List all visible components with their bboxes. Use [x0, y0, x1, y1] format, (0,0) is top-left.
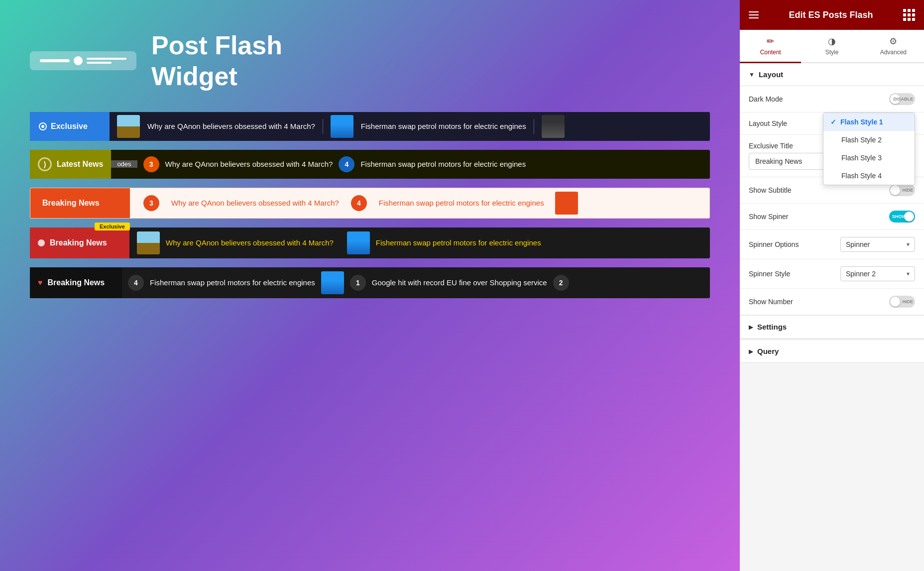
- grid-icon[interactable]: [903, 9, 915, 21]
- icon-dot: [74, 56, 83, 65]
- toggle-knob: [890, 297, 900, 307]
- circle-icon: ): [38, 157, 52, 171]
- dropdown-option-1[interactable]: ✓ Flash Style 1: [823, 113, 915, 131]
- tab-advanced-label: Advanced: [880, 49, 907, 56]
- tab-content[interactable]: ✏ Content: [740, 30, 801, 63]
- thumb-3: [542, 115, 565, 138]
- bar3-content: 3 Why are QAnon believers obsessed with …: [130, 192, 709, 215]
- toggle-knob: [890, 185, 900, 195]
- panel-header: Edit ES Posts Flash: [740, 0, 924, 30]
- dropdown-arrow-icon-2: ▾: [907, 270, 910, 277]
- advanced-icon: ⚙: [889, 36, 897, 47]
- spinner-style-row: Spinner Style Spinner 2 ▾: [740, 259, 924, 289]
- settings-title: Settings: [757, 323, 787, 331]
- divider: [323, 119, 323, 134]
- widget-icon: [30, 51, 136, 70]
- dropdown-option-2[interactable]: Flash Style 2: [823, 131, 915, 149]
- num-5-3: 2: [553, 275, 569, 291]
- icon-lines: [87, 58, 126, 64]
- panel-title: Edit ES Posts Flash: [789, 10, 873, 20]
- bar1-label: Exclusive: [30, 112, 110, 141]
- spinner-options-label: Spinner Options: [749, 240, 799, 248]
- codes: odes: [111, 160, 137, 168]
- content-icon: ✏: [767, 36, 774, 47]
- bar2-content: odes 3 Why are QAnon believers obsessed …: [111, 156, 710, 172]
- dark-mode-label: Dark Mode: [749, 95, 783, 103]
- num-badge-4: 4: [339, 156, 354, 172]
- exclusive-badge: Exclusive: [95, 223, 130, 230]
- query-title: Query: [757, 347, 779, 355]
- layout-style-row: Layout Style ✓ Flash Style 1 Flash Style…: [740, 113, 924, 135]
- number-off-text: HIDE: [902, 299, 913, 304]
- tab-style[interactable]: ◑ Style: [801, 30, 862, 63]
- layout-title: Layout: [759, 70, 783, 79]
- right-panel: Edit ES Posts Flash ✏ Content ◑ Style ⚙ …: [740, 0, 924, 571]
- num-badge-3: 3: [143, 156, 159, 172]
- tab-advanced[interactable]: ⚙ Advanced: [863, 30, 924, 63]
- flash-bar-3: Breaking News 3 Why are QAnon believers …: [30, 188, 710, 219]
- divider: [534, 119, 534, 134]
- dropdown-option-3[interactable]: Flash Style 3: [823, 149, 915, 167]
- bar1-content: Why are QAnon believers obsessed with 4 …: [110, 115, 710, 138]
- panel-content: ▼ Layout Dark Mode DISABLE Layout Style …: [740, 63, 924, 571]
- preview-area: Post Flash Widget Exclusive Why are QAno…: [0, 0, 740, 571]
- show-number-label: Show Number: [749, 298, 793, 306]
- dark-mode-toggle[interactable]: DISABLE: [889, 93, 915, 105]
- num-4: 4: [351, 195, 367, 211]
- hamburger-icon[interactable]: [749, 11, 759, 18]
- num-5-2: 1: [350, 275, 366, 291]
- thumb-bar4-2: [347, 231, 370, 254]
- settings-arrow: ▶: [749, 324, 753, 331]
- flash-bar-5: ♥ Breaking News 4 Fisherman swap petrol …: [30, 267, 710, 298]
- flash-bar-1: Exclusive Why are QAnon believers obsess…: [30, 112, 710, 141]
- spinner-options-dropdown[interactable]: Spinner ▾: [840, 237, 915, 252]
- show-subtitle-label: Show Subtitle: [749, 186, 792, 194]
- style-icon: ◑: [828, 36, 836, 47]
- settings-section[interactable]: ▶ Settings: [740, 315, 924, 339]
- spinner-style-label: Spinner Style: [749, 270, 790, 278]
- check-icon: ✓: [830, 118, 836, 126]
- thumb-bar4-1: [137, 231, 160, 254]
- query-section[interactable]: ▶ Query: [740, 340, 924, 363]
- thumb-2: [331, 115, 353, 138]
- flash-bar-4: Breaking News Why are QAnon believers ob…: [30, 228, 710, 258]
- query-arrow: ▶: [749, 348, 753, 355]
- layout-style-dropdown[interactable]: ✓ Flash Style 1 Flash Style 2 Flash Styl…: [823, 113, 915, 185]
- layout-style-label: Layout Style: [749, 119, 787, 127]
- bar4-label: Breaking News: [30, 228, 129, 258]
- heart-icon: ♥: [38, 278, 43, 287]
- layout-section-header[interactable]: ▼ Layout: [740, 63, 924, 86]
- thumb-1: [117, 115, 140, 138]
- bar5-content: 4 Fisherman swap petrol motors for elect…: [122, 271, 710, 294]
- thumb-bar5-1: [321, 271, 344, 294]
- show-number-toggle[interactable]: HIDE: [889, 296, 915, 308]
- dropdown-arrow-icon: ▾: [907, 241, 910, 248]
- show-spinner-toggle[interactable]: SHOW: [889, 211, 915, 223]
- thumb-bar3: [555, 192, 578, 215]
- dropdown-option-4[interactable]: Flash Style 4: [823, 167, 915, 185]
- bar5-label: ♥ Breaking News: [30, 267, 122, 298]
- layout-arrow: ▼: [749, 71, 755, 78]
- tab-content-label: Content: [760, 49, 781, 56]
- panel-tabs: ✏ Content ◑ Style ⚙ Advanced: [740, 30, 924, 63]
- widget-title-area: Post Flash Widget: [30, 30, 710, 92]
- icon-bar: [40, 59, 70, 62]
- spinner-options-row: Spinner Options Spinner ▾: [740, 230, 924, 259]
- spinner-style-dropdown[interactable]: Spinner 2 ▾: [840, 266, 915, 281]
- dot-icon: [39, 122, 47, 130]
- toggle-off-text: DISABLE: [893, 97, 913, 102]
- flash-bar-2: ) Latest News odes 3 Why are QAnon belie…: [30, 150, 710, 179]
- dark-mode-row: Dark Mode DISABLE: [740, 86, 924, 113]
- bar4-content: Why are QAnon believers obsessed with 4 …: [129, 231, 710, 254]
- tab-style-label: Style: [825, 49, 839, 56]
- show-subtitle-toggle[interactable]: HIDE: [889, 184, 915, 196]
- show-spinner-row: Show Spiner SHOW: [740, 204, 924, 230]
- show-number-row: Show Number HIDE: [740, 289, 924, 315]
- show-spinner-label: Show Spiner: [749, 213, 788, 221]
- bar2-label: ) Latest News: [30, 150, 111, 179]
- label-dot: [38, 239, 45, 246]
- num-5-1: 4: [128, 275, 144, 291]
- toggle-knob: [904, 212, 914, 222]
- flash-bar-4-wrapper: Exclusive Breaking News Why are QAnon be…: [30, 228, 710, 258]
- num-3: 3: [143, 195, 159, 211]
